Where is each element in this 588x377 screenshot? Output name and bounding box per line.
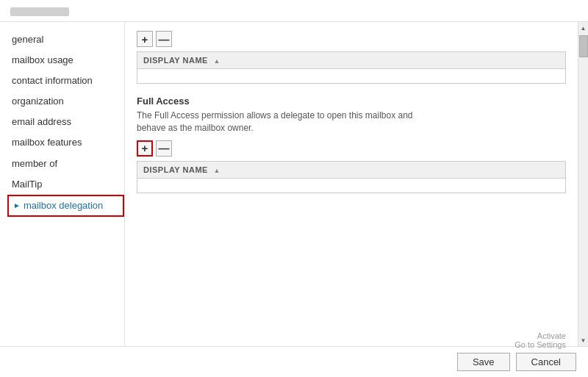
full-access-btn-bar: + — [137, 140, 566, 157]
full-access-sort-icon: ▲ [213, 167, 220, 174]
sidebar-item-email-address[interactable]: email address [7, 112, 124, 132]
send-as-sort-icon: ▲ [213, 57, 220, 65]
send-as-table: DISPLAY NAME ▲ [137, 51, 566, 84]
sidebar-item-mailtip[interactable]: MailTip [7, 174, 124, 195]
send-as-column-header[interactable]: DISPLAY NAME ▲ [137, 52, 566, 69]
cancel-button[interactable]: Cancel [516, 353, 576, 371]
full-access-table: DISPLAY NAME ▲ [137, 161, 566, 193]
dialog-footer: Activate Go to Settings Save Cancel [0, 346, 588, 377]
scroll-up-button[interactable]: ▲ [578, 22, 589, 34]
scroll-down-button[interactable]: ▼ [578, 334, 589, 346]
full-access-empty-row [137, 178, 566, 193]
sidebar-item-contact-information[interactable]: contact information [7, 71, 124, 91]
active-arrow-icon: ► [13, 199, 21, 212]
sidebar-item-general[interactable]: general [7, 29, 124, 50]
full-access-remove-button[interactable]: — [156, 140, 172, 157]
send-as-section: + — DISPLAY NAME ▲ [137, 31, 566, 84]
full-access-section: Full Access The Full Access permission a… [137, 96, 566, 193]
full-access-title: Full Access [137, 96, 566, 107]
send-as-empty-row [137, 69, 566, 84]
sidebar-item-mailbox-features[interactable]: mailbox features [7, 132, 124, 153]
dialog-container: general mailbox usage contact informatio… [0, 0, 588, 377]
full-access-description: The Full Access permission allows a dele… [137, 109, 566, 134]
dialog-header [0, 0, 588, 22]
dialog-body: general mailbox usage contact informatio… [0, 22, 588, 346]
full-access-add-button[interactable]: + [137, 140, 153, 157]
sidebar-item-mailbox-delegation[interactable]: ► mailbox delegation [7, 195, 124, 217]
sidebar-item-member-of[interactable]: member of [7, 154, 124, 174]
send-as-btn-bar: + — [137, 31, 566, 47]
scrollbar-track[interactable]: ▲ ▼ [578, 22, 588, 346]
send-as-add-button[interactable]: + [137, 31, 153, 47]
send-as-remove-button[interactable]: — [156, 31, 172, 47]
sidebar-item-mailbox-usage[interactable]: mailbox usage [7, 50, 124, 71]
sidebar: general mailbox usage contact informatio… [0, 22, 125, 346]
activate-text: Activate Go to Settings [514, 331, 566, 349]
save-button[interactable]: Save [457, 353, 510, 371]
scrollbar-thumb[interactable] [579, 35, 588, 57]
full-access-column-header[interactable]: DISPLAY NAME ▲ [137, 161, 566, 178]
content-area: + — DISPLAY NAME ▲ [125, 22, 588, 346]
dialog-title [10, 7, 69, 16]
sidebar-item-organization[interactable]: organization [7, 91, 124, 112]
